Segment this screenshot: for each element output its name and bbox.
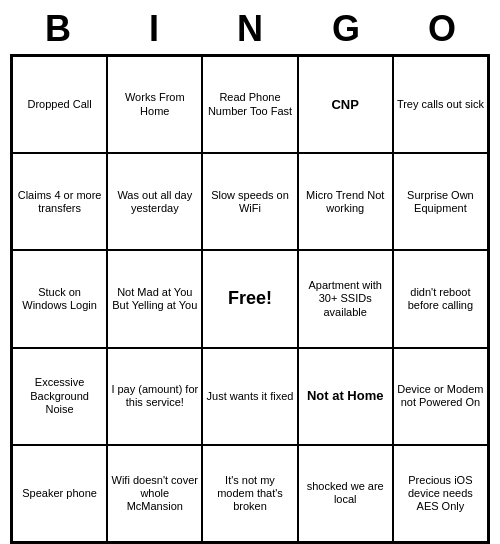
bingo-grid: Dropped CallWorks From HomeRead Phone Nu… (10, 54, 490, 544)
bingo-title: B I N G O (10, 0, 490, 54)
title-i: I (110, 8, 198, 50)
bingo-cell-9: Surprise Own Equipment (393, 153, 488, 250)
bingo-cell-7: Slow speeds on WiFi (202, 153, 297, 250)
bingo-cell-20: Speaker phone (12, 445, 107, 542)
bingo-cell-15: Excessive Background Noise (12, 348, 107, 445)
bingo-cell-16: I pay (amount) for this service! (107, 348, 202, 445)
bingo-cell-5: Claims 4 or more transfers (12, 153, 107, 250)
bingo-cell-11: Not Mad at You But Yelling at You (107, 250, 202, 347)
bingo-cell-17: Just wants it fixed (202, 348, 297, 445)
bingo-cell-0: Dropped Call (12, 56, 107, 153)
bingo-cell-23: shocked we are local (298, 445, 393, 542)
bingo-cell-14: didn't reboot before calling (393, 250, 488, 347)
bingo-cell-18: Not at Home (298, 348, 393, 445)
bingo-cell-19: Device or Modem not Powered On (393, 348, 488, 445)
title-n: N (206, 8, 294, 50)
title-g: G (302, 8, 390, 50)
bingo-cell-12: Free! (202, 250, 297, 347)
bingo-cell-2: Read Phone Number Too Fast (202, 56, 297, 153)
bingo-cell-1: Works From Home (107, 56, 202, 153)
bingo-cell-10: Stuck on Windows Login (12, 250, 107, 347)
title-o: O (398, 8, 486, 50)
bingo-cell-4: Trey calls out sick (393, 56, 488, 153)
bingo-cell-24: Precious iOS device needs AES Only (393, 445, 488, 542)
bingo-cell-13: Apartment with 30+ SSIDs available (298, 250, 393, 347)
bingo-cell-3: CNP (298, 56, 393, 153)
title-b: B (14, 8, 102, 50)
bingo-cell-6: Was out all day yesterday (107, 153, 202, 250)
bingo-cell-8: Micro Trend Not working (298, 153, 393, 250)
bingo-cell-21: Wifi doesn't cover whole McMansion (107, 445, 202, 542)
bingo-cell-22: It's not my modem that's broken (202, 445, 297, 542)
